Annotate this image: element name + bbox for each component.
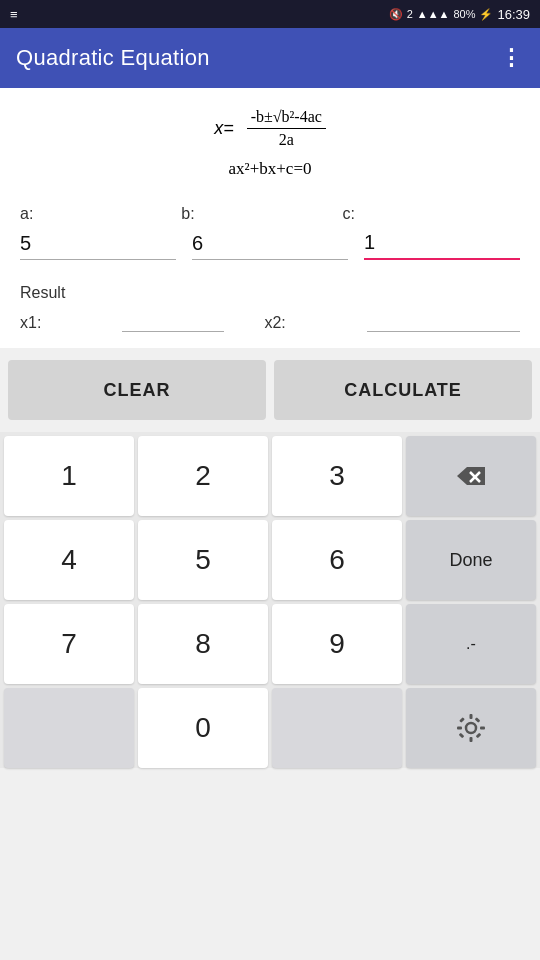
svg-rect-5 (457, 727, 462, 730)
input-a[interactable] (20, 228, 176, 260)
svg-rect-8 (476, 733, 482, 739)
menu-icon: ≡ (10, 7, 18, 22)
signal-bars-icon: ▲▲▲ (417, 8, 450, 20)
input-c[interactable] (364, 227, 520, 260)
label-b: b: (181, 205, 342, 223)
overflow-menu-button[interactable]: ⋮ (500, 45, 524, 71)
svg-rect-3 (470, 714, 473, 719)
key-empty-right (272, 688, 402, 768)
formula-section: x= -b±√b²-4ac 2a ax²+bx+c=0 (0, 88, 540, 195)
key-8[interactable]: 8 (138, 604, 268, 684)
input-b[interactable] (192, 228, 348, 260)
key-3[interactable]: 3 (272, 436, 402, 516)
svg-rect-7 (459, 717, 465, 723)
decimal-minus-button[interactable]: .- (406, 604, 536, 684)
keyboard: 1 2 3 4 5 6 Done 7 8 9 .- 0 (0, 432, 540, 768)
calculate-button[interactable]: CALCULATE (274, 360, 532, 420)
result-value-x2 (367, 306, 520, 332)
done-button[interactable]: Done (406, 520, 536, 600)
input-labels: a: b: c: (20, 205, 520, 223)
settings-button[interactable] (406, 688, 536, 768)
key-4[interactable]: 4 (4, 520, 134, 600)
formula-standard: ax²+bx+c=0 (229, 159, 312, 179)
input-section: a: b: c: (0, 195, 540, 276)
battery-percent: 80% (453, 8, 475, 20)
label-a: a: (20, 205, 181, 223)
clear-button[interactable]: CLEAR (8, 360, 266, 420)
backspace-icon (455, 465, 487, 487)
key-6[interactable]: 6 (272, 520, 402, 600)
action-buttons: CLEAR CALCULATE (0, 348, 540, 432)
svg-rect-10 (459, 733, 465, 739)
key-row-2: 4 5 6 Done (4, 520, 536, 600)
key-0[interactable]: 0 (138, 688, 268, 768)
key-row-4: 0 (4, 688, 536, 768)
page-title: Quadratic Equation (16, 45, 210, 71)
svg-point-2 (466, 723, 476, 733)
key-9[interactable]: 9 (272, 604, 402, 684)
status-right: 🔇 2 ▲▲▲ 80% ⚡ 16:39 (389, 7, 530, 22)
key-row-1: 1 2 3 (4, 436, 536, 516)
result-label-x1: x1: (20, 314, 122, 332)
battery-icon: ⚡ (479, 8, 493, 21)
result-section: Result x1: x2: (0, 276, 540, 348)
key-2[interactable]: 2 (138, 436, 268, 516)
sim-icon: 2 (407, 8, 413, 20)
formula-display: x= -b±√b²-4ac 2a (214, 108, 326, 149)
clock: 16:39 (497, 7, 530, 22)
key-empty-left (4, 688, 134, 768)
app-header: Quadratic Equation ⋮ (0, 28, 540, 88)
input-row (20, 227, 520, 260)
key-5[interactable]: 5 (138, 520, 268, 600)
mute-icon: 🔇 (389, 8, 403, 21)
status-bar: ≡ 🔇 2 ▲▲▲ 80% ⚡ 16:39 (0, 0, 540, 28)
backspace-button[interactable] (406, 436, 536, 516)
label-c: c: (343, 205, 520, 223)
formula-fraction: -b±√b²-4ac 2a (247, 108, 326, 149)
status-left: ≡ (10, 7, 18, 22)
formula-denominator: 2a (275, 129, 298, 149)
formula-numerator: -b±√b²-4ac (247, 108, 326, 129)
svg-rect-6 (480, 727, 485, 730)
result-title: Result (20, 284, 520, 302)
result-label-x2: x2: (264, 314, 366, 332)
key-1[interactable]: 1 (4, 436, 134, 516)
result-row: x1: x2: (20, 306, 520, 332)
formula-x: x= (214, 118, 234, 139)
svg-rect-4 (470, 737, 473, 742)
gear-icon (456, 713, 486, 743)
result-value-x1 (122, 306, 224, 332)
key-7[interactable]: 7 (4, 604, 134, 684)
svg-rect-9 (475, 717, 481, 723)
key-row-3: 7 8 9 .- (4, 604, 536, 684)
